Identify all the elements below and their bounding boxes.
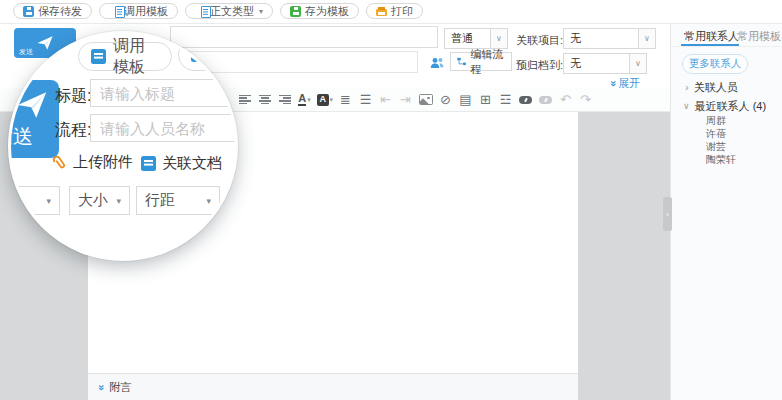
sidebar-collapse-handle[interactable]: ›: [663, 197, 672, 231]
link-document-link[interactable]: 关联文档: [141, 154, 222, 173]
upload-attachment-link[interactable]: 上传附件: [52, 153, 133, 172]
line-height-label: 行距: [145, 191, 175, 210]
document-icon: [141, 156, 156, 171]
insert-symbol-icon[interactable]: ⊘: [438, 92, 453, 108]
paperclip-icon: [48, 151, 71, 174]
group-related-people[interactable]: › 关联人员: [685, 80, 738, 95]
align-center-icon[interactable]: [257, 92, 272, 108]
redo-icon[interactable]: ↷: [578, 92, 593, 108]
related-project-label: 关联项目:: [516, 33, 563, 48]
indent-icon[interactable]: ⇥: [398, 92, 413, 108]
chevron-down-icon: ▾: [46, 196, 51, 206]
title-label: 标题:: [55, 86, 91, 107]
contact-item[interactable]: 周群: [706, 114, 726, 128]
group-recent-label: 最近联系人 (4): [695, 99, 767, 114]
save-as-template-label: 存为模板: [305, 4, 349, 19]
title-input[interactable]: [170, 26, 438, 48]
sidebar-tabs: 常用联系人 常用模板: [671, 24, 782, 47]
save-icon: [23, 6, 34, 17]
font-size-dropdown-magnified[interactable]: 大小 ▾: [69, 186, 130, 215]
more-contacts-label: 更多联系人: [689, 57, 742, 71]
chevron-down-icon: ▾: [116, 196, 121, 206]
related-project-value: 无: [564, 31, 581, 46]
highlight-color-icon[interactable]: A▾: [317, 92, 333, 108]
tab-frequent-templates[interactable]: 常用模板: [737, 29, 781, 44]
postscript-bar[interactable]: » 附言: [88, 373, 578, 400]
use-template-label: 调用模板: [124, 4, 168, 19]
priority-value: 普通: [445, 31, 473, 46]
body-type-label: 正文类型: [210, 4, 254, 19]
line-height-dropdown-magnified[interactable]: 行距 ▾: [136, 186, 220, 215]
contacts-icon[interactable]: [430, 57, 444, 69]
chevron-down-icon: ▾: [206, 196, 211, 206]
flow-input-magnified[interactable]: [90, 114, 238, 142]
magnifier-lens: 发送 调用模板 标题: 流程: 上传附件 关联文档 ▾: [8, 31, 238, 261]
save-draft-button[interactable]: 保存待发: [13, 3, 92, 19]
insert-link-icon[interactable]: [518, 92, 533, 108]
chevron-down-icon: ∨: [638, 29, 655, 48]
top-toolbar: 保存待发 调用模板 正文类型 ▾ 存为模板 打印: [0, 0, 782, 24]
ordered-list-icon[interactable]: ≣: [338, 92, 353, 108]
chevron-down-icon: ▾: [259, 7, 263, 16]
contacts-sidebar: 常用联系人 常用模板 更多联系人 › 关联人员 ∨ 最近联系人 (4) 周群 许…: [670, 24, 782, 400]
use-template-button[interactable]: 调用模板: [99, 3, 178, 19]
line-height-icon[interactable]: ☲: [498, 92, 513, 108]
save-draft-label: 保存待发: [38, 4, 82, 19]
paper-plane-icon: [15, 88, 49, 122]
flow-icon: [457, 56, 466, 67]
flow-label: 流程:: [55, 120, 91, 141]
font-color-icon[interactable]: A▾: [297, 92, 312, 108]
contact-item[interactable]: 陶荣轩: [706, 153, 736, 167]
double-chevron-down-icon: »: [608, 80, 619, 86]
paper-plane-icon: [36, 34, 54, 52]
printer-icon: [376, 9, 387, 16]
link-document-label: 关联文档: [162, 154, 222, 173]
outdent-icon[interactable]: ⇤: [378, 92, 393, 108]
active-tab-underline: [681, 44, 739, 47]
contact-item[interactable]: 许蓓: [706, 127, 726, 141]
insert-document-icon[interactable]: ▤: [458, 92, 473, 108]
edit-flow-label: 编辑流程: [470, 47, 505, 77]
send-label: 发送: [8, 123, 33, 150]
double-chevron-down-icon: »: [96, 384, 107, 390]
body-type-button[interactable]: 正文类型 ▾: [185, 3, 273, 19]
edit-flow-button[interactable]: 编辑流程: [450, 52, 512, 71]
save-as-template-button[interactable]: 存为模板: [280, 3, 359, 19]
prearchive-select[interactable]: 无 ∨: [563, 53, 647, 74]
template-icon: [91, 49, 106, 64]
chevron-right-icon: ›: [685, 82, 689, 93]
related-project-select[interactable]: 无 ∨: [563, 28, 656, 49]
remove-link-icon[interactable]: [538, 92, 553, 108]
title-input-magnified[interactable]: [90, 79, 238, 107]
chevron-right-icon: ›: [666, 210, 669, 219]
tab-frequent-contacts[interactable]: 常用联系人: [684, 29, 739, 44]
unordered-list-icon[interactable]: ☰: [358, 92, 373, 108]
postscript-label: 附言: [109, 380, 131, 395]
use-template-button-magnified[interactable]: 调用模板: [78, 42, 172, 71]
insert-image-icon[interactable]: [418, 92, 433, 108]
use-template-label: 调用模板: [113, 36, 159, 78]
prearchive-label: 预归档到:: [516, 58, 563, 73]
prearchive-value: 无: [564, 56, 581, 71]
font-size-label: 大小: [78, 191, 108, 210]
compose-page: 保存待发 调用模板 正文类型 ▾ 存为模板 打印: [0, 0, 782, 400]
group-recent-contacts[interactable]: ∨ 最近联系人 (4): [683, 99, 766, 114]
align-right-icon[interactable]: [277, 92, 292, 108]
insert-table-icon[interactable]: ⊞: [478, 92, 493, 108]
upload-attachment-label: 上传附件: [73, 153, 133, 172]
undo-icon[interactable]: ↶: [558, 92, 573, 108]
save-as-template-icon: [290, 6, 301, 17]
template-icon: [115, 6, 125, 18]
print-button[interactable]: 打印: [366, 3, 423, 19]
print-label: 打印: [391, 4, 413, 19]
chevron-down-icon: ∨: [629, 54, 646, 73]
more-contacts-button[interactable]: 更多联系人: [682, 54, 748, 74]
chevron-down-icon: ∨: [683, 102, 690, 111]
group-related-label: 关联人员: [694, 80, 738, 95]
align-left-icon[interactable]: [237, 92, 252, 108]
chevron-down-icon: ∨: [490, 29, 507, 48]
send-label: 发送: [19, 47, 33, 57]
contact-item[interactable]: 谢芸: [706, 140, 726, 154]
document-icon: [201, 6, 211, 18]
